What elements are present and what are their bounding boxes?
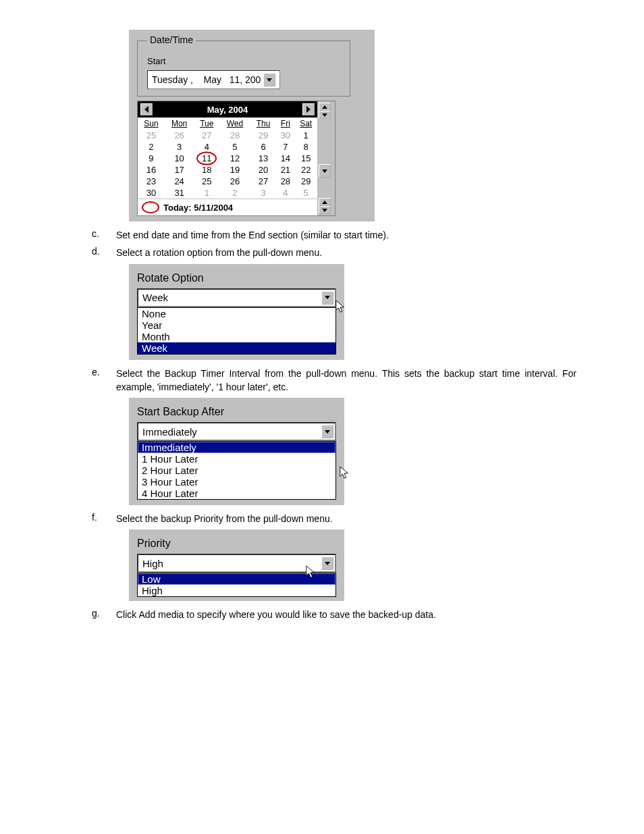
calendar-day-cell[interactable]: 1 <box>194 187 219 199</box>
rotate-option-select[interactable]: Week <box>137 288 336 307</box>
calendar-day-cell[interactable]: 31 <box>165 187 194 199</box>
spinner-up-button-2[interactable] <box>319 198 331 206</box>
today-ring-icon <box>142 201 159 213</box>
dropdown-option[interactable]: 1 Hour Later <box>138 453 336 465</box>
arrow-up-icon <box>322 105 327 109</box>
calendar-grid: SunMonTueWedThuFriSat 252627282930123456… <box>138 118 317 199</box>
step-c: c. Set end date and time from the End se… <box>92 228 576 242</box>
step-g: g. Click Add media to specify where you … <box>92 608 576 621</box>
chevron-down-icon <box>325 562 330 565</box>
calendar-day-cell[interactable]: 25 <box>194 176 219 187</box>
calendar-day-header: Thu <box>250 118 277 130</box>
spinner-down-button-2[interactable] <box>319 206 331 214</box>
dropdown-option[interactable]: 3 Hour Later <box>138 476 336 488</box>
calendar-day-cell[interactable]: 3 <box>165 141 194 153</box>
date-day: 11, <box>230 74 242 85</box>
calendar-day-cell[interactable]: 18 <box>194 164 219 176</box>
step-f: f. Select the backup Priority from the p… <box>92 512 576 525</box>
date-weekday: Tuesday <box>152 74 188 85</box>
calendar-popup: May, 2004 SunMonTueWedThuFriSat 25262728… <box>137 101 336 216</box>
calendar-day-cell[interactable]: 30 <box>138 187 165 199</box>
calendar-day-cell[interactable]: 5 <box>219 141 250 153</box>
calendar-day-cell[interactable]: 12 <box>219 153 250 164</box>
dropdown-option[interactable]: None <box>138 308 336 319</box>
calendar-day-cell[interactable]: 29 <box>250 130 277 141</box>
next-month-button[interactable] <box>302 103 315 115</box>
calendar-day-cell[interactable]: 9 <box>138 153 165 164</box>
calendar-day-cell[interactable]: 21 <box>276 164 294 176</box>
calendar-day-cell[interactable]: 24 <box>165 176 194 187</box>
rotate-dropdown-button[interactable] <box>321 291 333 305</box>
rotate-option-list[interactable]: NoneYearMonthWeek <box>137 307 336 355</box>
today-link[interactable]: Today: 5/11/2004 <box>138 199 317 215</box>
calendar-day-cell[interactable]: 13 <box>250 153 277 164</box>
calendar-day-cell[interactable]: 30 <box>276 130 294 141</box>
calendar-day-cell[interactable]: 27 <box>250 176 277 187</box>
today-highlight-icon <box>196 151 217 165</box>
calendar-day-cell[interactable]: 6 <box>250 141 277 153</box>
calendar-day-header: Sat <box>294 118 317 130</box>
prev-month-button[interactable] <box>140 103 153 115</box>
arrow-left-icon <box>144 106 149 113</box>
arrow-right-icon <box>306 106 311 113</box>
start-date-field[interactable]: Tuesday , May 11, 200 <box>147 70 280 89</box>
cursor-icon <box>335 299 347 314</box>
calendar-day-cell[interactable]: 17 <box>165 164 194 176</box>
calendar-day-cell[interactable]: 4 <box>276 187 294 199</box>
dropdown-option[interactable]: 2 Hour Later <box>138 465 336 476</box>
arrow-down-icon <box>322 209 327 212</box>
chevron-down-icon <box>267 78 272 82</box>
dropdown-option[interactable]: Month <box>138 331 336 342</box>
calendar-day-cell[interactable]: 22 <box>294 164 317 176</box>
calendar-day-cell[interactable]: 27 <box>194 130 219 141</box>
step-e: e. Select the Backup Timer Interval from… <box>92 367 576 394</box>
calendar-day-cell[interactable]: 2 <box>138 141 165 153</box>
calendar-day-cell[interactable]: 14 <box>276 153 294 164</box>
calendar-day-cell[interactable]: 10 <box>165 153 194 164</box>
date-dropdown-button[interactable] <box>263 73 275 86</box>
start-backup-after-title: Start Backup After <box>137 406 336 418</box>
arrow-down-icon <box>322 113 327 117</box>
dropdown-option[interactable]: Week <box>138 342 336 354</box>
calendar-day-cell[interactable]: 5 <box>294 187 317 199</box>
priority-title: Priority <box>137 538 336 550</box>
calendar-day-cell[interactable]: 23 <box>138 176 165 187</box>
backup-dropdown-button[interactable] <box>321 425 333 438</box>
calendar-day-cell[interactable]: 28 <box>219 130 250 141</box>
calendar-day-cell[interactable]: 3 <box>250 187 277 199</box>
spinner-up-button[interactable] <box>319 103 331 111</box>
calendar-day-cell[interactable]: 8 <box>294 141 317 153</box>
calendar-day-cell[interactable]: 19 <box>219 164 250 176</box>
priority-panel: Priority High LowHigh <box>129 529 344 601</box>
cursor-icon <box>305 565 317 579</box>
calendar-day-cell[interactable]: 26 <box>219 176 250 187</box>
calendar-day-cell[interactable]: 16 <box>138 164 165 176</box>
calendar-day-header: Sun <box>138 118 165 130</box>
calendar-day-cell[interactable]: 29 <box>294 176 317 187</box>
spinner-down-button[interactable] <box>319 111 331 119</box>
start-backup-after-list[interactable]: Immediately1 Hour Later2 Hour Later3 Hou… <box>137 441 336 500</box>
dropdown-option[interactable]: High <box>138 585 336 596</box>
dropdown-option[interactable]: Immediately <box>138 442 336 453</box>
dropdown-option[interactable]: 4 Hour Later <box>138 488 336 499</box>
calendar-day-cell[interactable]: 2 <box>219 187 250 199</box>
dropdown-option[interactable]: Year <box>138 319 336 331</box>
start-backup-after-panel: Start Backup After Immediately Immediate… <box>129 398 344 505</box>
chevron-down-icon <box>325 296 330 299</box>
date-month: May <box>204 74 221 85</box>
date-time-panel: Date/Time Start Tuesday , May 11, 200 <box>129 30 375 221</box>
calendar-day-cell[interactable]: 1 <box>294 130 317 141</box>
step-d: d. Select a rotation option from the pul… <box>92 246 576 259</box>
calendar-day-cell[interactable]: 15 <box>294 153 317 164</box>
priority-dropdown-button[interactable] <box>321 556 333 570</box>
start-backup-after-select[interactable]: Immediately <box>137 422 336 441</box>
calendar-day-cell[interactable]: 28 <box>276 176 294 187</box>
calendar-day-cell[interactable]: 26 <box>165 130 194 141</box>
calendar-day-header: Fri <box>276 118 294 130</box>
side-dropdown-button[interactable] <box>319 164 331 178</box>
rotate-option-title: Rotate Option <box>137 272 336 284</box>
calendar-day-cell[interactable]: 11 <box>194 153 219 164</box>
calendar-day-cell[interactable]: 20 <box>250 164 277 176</box>
calendar-day-cell[interactable]: 25 <box>138 130 165 141</box>
calendar-day-cell[interactable]: 7 <box>276 141 294 153</box>
